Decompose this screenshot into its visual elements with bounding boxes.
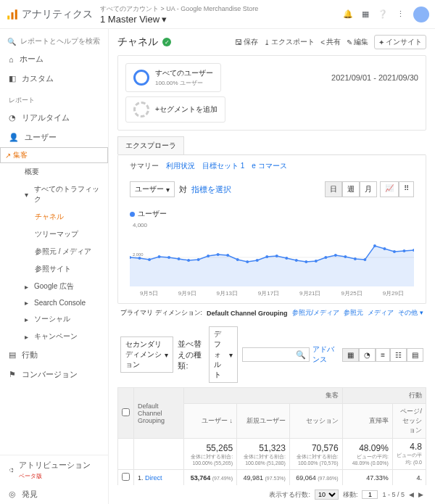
breadcrumb[interactable]: すべてのアカウント > UA - Google Merchandise Stor…: [100, 4, 258, 14]
row-link[interactable]: Direct: [145, 474, 162, 482]
nav-google-ads[interactable]: ▸ Google 広告: [22, 278, 108, 295]
more-icon[interactable]: ⋮: [397, 9, 405, 19]
svg-point-23: [295, 259, 298, 262]
svg-point-12: [187, 259, 190, 262]
view-comp[interactable]: ☷: [390, 348, 407, 362]
svg-point-15: [217, 253, 220, 256]
nav-custom[interactable]: ◧カスタム: [0, 69, 108, 88]
sort-type[interactable]: デフォルト ▾: [209, 326, 238, 383]
svg-marker-5: [130, 246, 414, 286]
range-label: 1 - 5 / 5: [382, 491, 405, 498]
share-button[interactable]: < 共有: [320, 35, 341, 49]
subtab-usage[interactable]: 利用状況: [166, 161, 195, 171]
ga-logo[interactable]: アナリティクス: [6, 8, 93, 21]
nav-social[interactable]: ▸ ソーシャル: [22, 310, 108, 328]
data-table: Default Channel Grouping 集客行動 ユーザー ↓ 新規ユ…: [117, 387, 426, 485]
svg-point-7: [138, 257, 141, 260]
prev-button[interactable]: ◀: [409, 491, 414, 498]
search-icon: 🔍: [7, 38, 16, 46]
nav-acquisition[interactable]: ↗集客: [0, 147, 108, 163]
row-check[interactable]: [122, 473, 130, 481]
svg-point-20: [265, 255, 268, 258]
view-pivot[interactable]: ▤: [407, 348, 423, 362]
svg-point-11: [178, 257, 181, 260]
rows-select[interactable]: 10: [315, 489, 339, 500]
sort-label: 並べ替えの種類:: [178, 339, 204, 371]
metric-select[interactable]: ユーザー ▾: [130, 181, 175, 197]
help-icon[interactable]: ❔: [378, 9, 388, 19]
nav-discover[interactable]: ◎発見: [0, 484, 108, 504]
nav-overview[interactable]: 概要: [22, 163, 108, 181]
edit-button[interactable]: ✎ 編集: [347, 35, 368, 49]
svg-point-33: [393, 250, 396, 253]
person-icon: 👤: [9, 133, 19, 142]
dim-s[interactable]: 参照元: [344, 308, 363, 318]
svg-point-9: [158, 255, 161, 258]
dim-m[interactable]: メディア: [368, 308, 394, 318]
attr-icon: ః: [9, 466, 13, 474]
segment-all-users[interactable]: すべてのユーザー100.00% ユーザー: [125, 63, 221, 92]
svg-point-32: [383, 247, 386, 250]
view-perf[interactable]: ≡: [376, 348, 390, 362]
svg-point-26: [324, 256, 327, 259]
svg-point-19: [256, 259, 259, 262]
svg-point-34: [403, 249, 406, 252]
nav-source-medium[interactable]: 参照元 / メディア: [32, 243, 108, 260]
grid-icon: ▤: [9, 350, 16, 360]
chart-type-line[interactable]: 📈: [380, 181, 399, 197]
view-table[interactable]: ▦: [342, 348, 359, 362]
nav-behavior[interactable]: ▤行動: [0, 345, 108, 365]
next-button[interactable]: ▶: [418, 491, 423, 498]
view-selector[interactable]: 1 Master View ▾: [100, 14, 258, 25]
insight-button[interactable]: ✦ インサイト: [374, 35, 426, 49]
bulb-icon: ◎: [9, 489, 16, 499]
avatar[interactable]: [413, 7, 429, 22]
dim-dcg[interactable]: Default Channel Grouping: [207, 310, 288, 317]
add-segment[interactable]: +セグメントを追加: [125, 96, 225, 123]
chevron-down-icon: ▾: [162, 14, 167, 25]
goto-label: 移動:: [343, 490, 358, 500]
apps-icon[interactable]: ▦: [362, 9, 369, 19]
chart-type-motion[interactable]: ⠿: [399, 181, 414, 197]
search-box[interactable]: 🔍: [242, 347, 310, 362]
svg-point-27: [334, 254, 337, 257]
nav-campaign[interactable]: ▸ キャンペーン: [22, 328, 108, 345]
clock-icon: ◔: [9, 113, 16, 123]
view-pct[interactable]: ◔: [359, 348, 376, 362]
period-month[interactable]: 月: [360, 181, 377, 197]
bell-icon[interactable]: 🔔: [343, 9, 353, 19]
nav-search-console[interactable]: ▸ Search Console: [22, 295, 108, 310]
nav-attribution[interactable]: ఃアトリビューションベータ版: [0, 455, 108, 484]
nav-home[interactable]: ⌂ホーム: [0, 49, 108, 69]
table-row[interactable]: 1. Direct53,764 (97.49%)49,981 (97.53%)6…: [118, 470, 426, 486]
subtab-summary[interactable]: サマリー: [130, 161, 159, 171]
nav-user[interactable]: 👤ユーザー: [0, 128, 108, 147]
dim-label: プライマリ ディメンション:: [120, 308, 202, 318]
goto-input[interactable]: [362, 490, 378, 499]
secondary-dim[interactable]: セカンダリ ディメンション ▾: [120, 336, 173, 373]
advanced-link[interactable]: アドバンス: [312, 344, 340, 365]
nav-referral[interactable]: 参照サイト: [32, 260, 108, 278]
export-button[interactable]: ⤓ エクスポート: [264, 35, 315, 49]
nav-treemap[interactable]: ツリーマップ: [32, 226, 108, 243]
nav-conversion[interactable]: ⚑コンバージョン: [0, 365, 108, 384]
flag-icon: ⚑: [9, 370, 16, 379]
nav-all-traffic[interactable]: ▾ すべてのトラフィック: [22, 181, 108, 208]
save-button[interactable]: 🖫 保存: [235, 35, 258, 49]
subtab-ecom[interactable]: e コマース: [252, 161, 286, 171]
nav-realtime[interactable]: ◔リアルタイム: [0, 108, 108, 128]
select-metric[interactable]: 指標を選択: [191, 184, 231, 195]
page-title: チャネル: [117, 36, 158, 49]
period-day[interactable]: 日: [325, 181, 342, 197]
tab-explorer[interactable]: エクスプローラ: [117, 136, 184, 154]
select-all[interactable]: [122, 408, 130, 416]
dim-other[interactable]: その他 ▾: [398, 308, 423, 318]
svg-text:2,000: 2,000: [133, 252, 144, 257]
nav-channel[interactable]: チャネル: [32, 208, 108, 226]
period-week[interactable]: 週: [342, 181, 360, 197]
dim-sm[interactable]: 参照元/メディア: [292, 308, 340, 318]
nav-reports-header: レポート: [0, 88, 108, 108]
search-input[interactable]: 🔍レポートとヘルプを検索: [0, 33, 108, 49]
subtab-goal[interactable]: 目標セット 1: [202, 161, 244, 171]
date-range[interactable]: 2021/09/01 - 2021/09/30: [331, 73, 418, 82]
